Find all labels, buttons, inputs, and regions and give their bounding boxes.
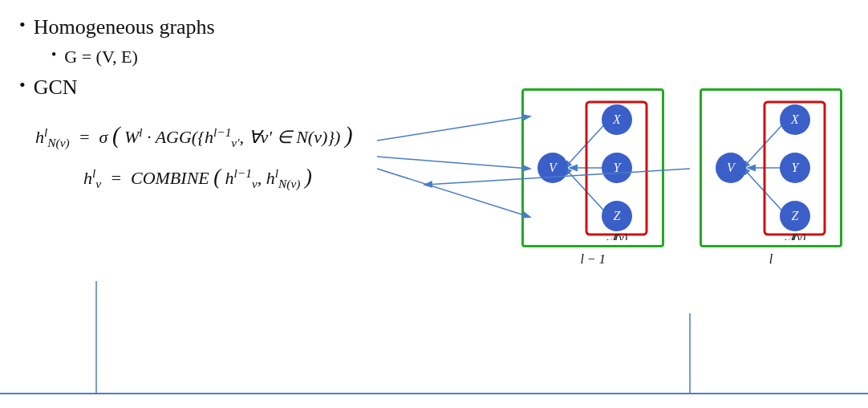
layer-label-right: l (769, 252, 773, 267)
diagram-right: V X Y Z 𝒩(v) (700, 88, 842, 267)
gcn-label: GCN (34, 73, 78, 102)
bullet-dot-1: • (19, 13, 26, 38)
homogeneous-label: Homogeneous graphs (34, 13, 215, 42)
bullet-homogeneous: • Homogeneous graphs (19, 13, 849, 42)
diagram-left: V X Y Z 𝒩(v) (521, 88, 664, 267)
svg-text:𝒩(v): 𝒩(v) (606, 232, 628, 240)
svg-text:Z: Z (792, 209, 800, 222)
outer-box-right: V X Y Z 𝒩(v) (700, 88, 842, 247)
gve-label: G = (V, E) (64, 45, 137, 70)
outer-box-left: V X Y Z 𝒩(v) (521, 88, 664, 247)
svg-text:Z: Z (614, 209, 622, 222)
bullet-dot-sub: • (51, 45, 56, 65)
graph-svg-left: V X Y Z 𝒩(v) (529, 96, 657, 240)
diagrams-area: V X Y Z 𝒩(v) (512, 88, 852, 267)
svg-text:X: X (790, 112, 800, 126)
svg-text:X: X (612, 112, 622, 126)
bullet-gve: • G = (V, E) (51, 45, 849, 70)
bullet-dot-2: • (19, 73, 26, 98)
graph-svg-right: V X Y Z 𝒩(v) (707, 96, 835, 240)
layer-label-left: l − 1 (580, 252, 605, 267)
svg-text:𝒩(v): 𝒩(v) (784, 232, 806, 240)
